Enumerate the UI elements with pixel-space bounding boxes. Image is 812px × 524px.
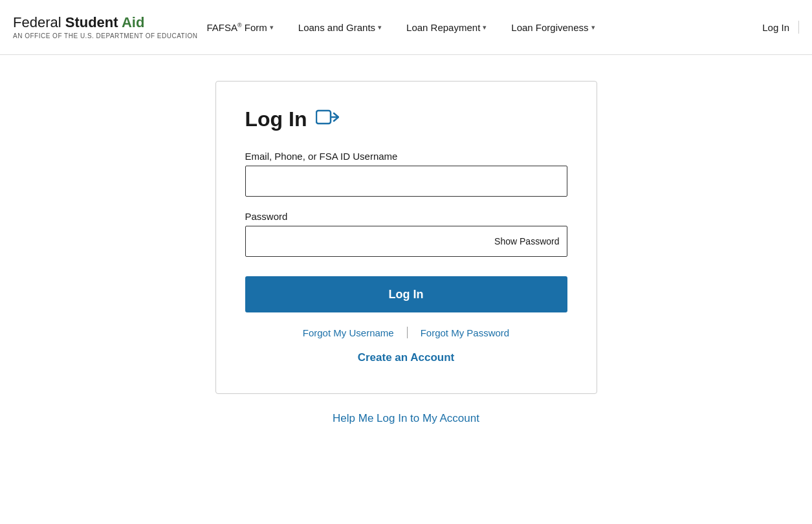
main-nav: FAFSA® Form ▾ Loans and Grants ▾ Loan Re…: [197, 17, 753, 38]
nav-loan-repayment-label: Loan Repayment: [406, 22, 480, 33]
logo-federal: Federal: [13, 14, 65, 30]
login-arrow-icon: [316, 107, 339, 131]
loans-grants-chevron-icon: ▾: [378, 23, 382, 32]
username-label: Email, Phone, or FSA ID Username: [245, 151, 567, 162]
loan-forgiveness-chevron-icon: ▾: [591, 23, 595, 32]
forgot-password-link[interactable]: Forgot My Password: [408, 327, 523, 338]
password-group: Password Show Password: [245, 211, 567, 257]
logo-student: Student: [65, 14, 122, 30]
forgot-username-link[interactable]: Forgot My Username: [290, 327, 407, 338]
password-label: Password: [245, 211, 567, 222]
fafsa-chevron-icon: ▾: [270, 23, 274, 32]
logo-subtitle: An Office of the U.S. Department of Educ…: [13, 32, 197, 39]
password-wrapper: Show Password: [245, 226, 567, 257]
site-header: Federal Student Aid An Office of the U.S…: [0, 0, 812, 55]
logo-aid: Aid: [122, 14, 144, 30]
nav-fafsa-label: FAFSA® Form: [206, 22, 267, 33]
main-content: Log In Email, Phone, or FSA ID Username …: [0, 55, 812, 451]
login-button[interactable]: Log In: [245, 276, 567, 312]
login-title-row: Log In: [245, 107, 567, 131]
svg-rect-0: [316, 111, 331, 124]
username-group: Email, Phone, or FSA ID Username: [245, 151, 567, 197]
login-title: Log In: [245, 107, 307, 131]
loan-repayment-chevron-icon: ▾: [483, 23, 487, 32]
logo-text: Federal Student Aid: [13, 15, 197, 30]
forgot-links-row: Forgot My Username Forgot My Password: [245, 327, 567, 338]
header-divider: [798, 21, 799, 34]
nav-item-loans-grants[interactable]: Loans and Grants ▾: [289, 17, 391, 38]
nav-item-loan-repayment[interactable]: Loan Repayment ▾: [397, 17, 496, 38]
login-card: Log In Email, Phone, or FSA ID Username …: [215, 81, 597, 394]
nav-item-loan-forgiveness[interactable]: Loan Forgiveness ▾: [502, 17, 604, 38]
header-login-label[interactable]: Log In: [753, 17, 798, 38]
nav-item-fafsa[interactable]: FAFSA® Form ▾: [197, 17, 282, 38]
show-password-button[interactable]: Show Password: [494, 236, 559, 246]
logo: Federal Student Aid An Office of the U.S…: [13, 15, 197, 39]
nav-loans-grants-label: Loans and Grants: [298, 22, 375, 33]
username-input[interactable]: [245, 166, 567, 197]
help-login-link[interactable]: Help Me Log In to My Account: [333, 412, 479, 425]
create-account-link[interactable]: Create an Account: [245, 351, 567, 364]
nav-loan-forgiveness-label: Loan Forgiveness: [511, 22, 588, 33]
